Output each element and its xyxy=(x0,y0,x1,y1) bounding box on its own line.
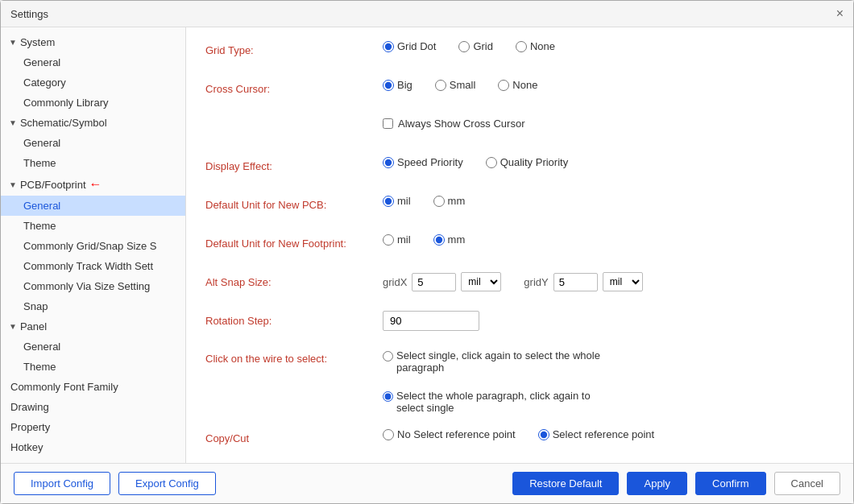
sidebar-item-system-commonly-library[interactable]: Commonly Library xyxy=(1,93,185,113)
controls-cross-cursor: Big Small None xyxy=(383,79,834,91)
row-cross-cursor: Cross Cursor: Big Small None xyxy=(205,79,834,103)
radio-cursor-none[interactable]: None xyxy=(498,79,537,91)
radio-click-wire-single[interactable]: Select single, click again to select the… xyxy=(383,349,608,374)
snap-group-x: gridX mil mm xyxy=(383,272,501,291)
radio-input-pcb-mm[interactable] xyxy=(433,196,445,207)
radio-input-quality-priority[interactable] xyxy=(486,157,497,168)
radio-label-cursor-big: Big xyxy=(397,79,412,91)
sidebar-item-pcb-via-size[interactable]: Commonly Via Size Setting xyxy=(1,276,185,296)
radio-input-no-select-ref[interactable] xyxy=(383,429,394,440)
radio-input-grid-none[interactable] xyxy=(516,41,527,52)
sidebar-item-schematic-theme[interactable]: Theme xyxy=(1,153,185,173)
label-display-effect: Display Effect: xyxy=(205,156,383,172)
sidebar-item-schematic-general[interactable]: General xyxy=(1,133,185,153)
radio-label-grid: Grid xyxy=(473,40,493,52)
sidebar-item-panel-general[interactable]: General xyxy=(1,337,185,357)
checkbox-input-always-show-cursor[interactable] xyxy=(383,118,393,129)
radio-quality-priority[interactable]: Quality Priority xyxy=(486,156,569,168)
main-content: Grid Type: Grid Dot Grid None xyxy=(186,27,853,463)
radio-click-wire-whole[interactable]: Select the whole paragraph, click again … xyxy=(383,390,608,414)
sidebar-item-pcb-snap[interactable]: Snap xyxy=(1,296,185,316)
radio-input-cursor-big[interactable] xyxy=(383,80,394,91)
row-rotation-step: Rotation Step: xyxy=(205,311,834,335)
dialog-body: ▼ System General Category Commonly Libra… xyxy=(1,27,853,463)
snap-label-gridx: gridX xyxy=(383,276,407,288)
snap-input-gridy[interactable] xyxy=(553,273,598,291)
radio-grid-dot[interactable]: Grid Dot xyxy=(383,40,436,52)
dialog-footer: Import Config Export Config Restore Defa… xyxy=(1,463,853,503)
label-rotation-step: Rotation Step: xyxy=(205,311,383,327)
sidebar-item-drawing[interactable]: Drawing xyxy=(1,397,185,417)
radio-input-footprint-mil[interactable] xyxy=(383,234,394,246)
radio-select-ref[interactable]: Select reference point xyxy=(538,428,654,440)
radio-input-grid[interactable] xyxy=(458,41,470,52)
confirm-button[interactable]: Confirm xyxy=(695,472,766,495)
radio-label-pcb-mil: mil xyxy=(397,195,411,207)
radio-input-pcb-mil[interactable] xyxy=(383,196,394,207)
radio-speed-priority[interactable]: Speed Priority xyxy=(383,156,463,168)
checkbox-always-show-cursor[interactable]: Always Show Cross Cursor xyxy=(383,118,525,130)
radio-footprint-mm[interactable]: mm xyxy=(433,233,466,246)
radio-input-cursor-small[interactable] xyxy=(435,80,446,91)
close-button[interactable]: × xyxy=(836,7,844,20)
sidebar-item-pcb-track-width[interactable]: Commonly Track Width Sett xyxy=(1,256,185,276)
snap-label-gridy: gridY xyxy=(524,276,548,288)
sidebar-item-hotkey[interactable]: Hotkey xyxy=(1,437,185,457)
radio-label-pcb-mm: mm xyxy=(448,195,466,207)
radio-input-footprint-mm[interactable] xyxy=(433,234,445,246)
apply-button[interactable]: Apply xyxy=(627,472,687,495)
label-unit-pcb: Default Unit for New PCB: xyxy=(205,195,383,211)
sidebar-group-panel-header[interactable]: ▼ Panel xyxy=(1,316,185,337)
cancel-button[interactable]: Cancel xyxy=(774,472,840,495)
radio-input-cursor-none[interactable] xyxy=(498,80,509,91)
radio-label-footprint-mm: mm xyxy=(448,233,466,246)
sidebar-item-system-category[interactable]: Category xyxy=(1,72,185,93)
radio-footprint-mil[interactable]: mil xyxy=(383,233,411,246)
snap-input-gridx[interactable] xyxy=(412,273,456,291)
snap-select-unit-x[interactable]: mil mm xyxy=(461,272,501,291)
sidebar-group-pcb-header[interactable]: ▼ PCB/Footprint ← xyxy=(1,173,185,196)
radio-pcb-mm[interactable]: mm xyxy=(433,195,466,207)
sidebar-group-pcb-label: PCB/Footprint xyxy=(20,179,86,191)
controls-grid-type: Grid Dot Grid None xyxy=(383,40,834,52)
import-config-button[interactable]: Import Config xyxy=(14,472,110,495)
sidebar-item-system-general[interactable]: General xyxy=(1,52,185,72)
pcb-arrow-icon: ▼ xyxy=(9,180,17,189)
radio-label-speed-priority: Speed Priority xyxy=(397,156,463,168)
radio-pcb-mil[interactable]: mil xyxy=(383,195,411,207)
sidebar-group-system-header[interactable]: ▼ System xyxy=(1,32,185,52)
row-unit-footprint: Default Unit for New Footprint: mil mm xyxy=(205,233,834,258)
restore-default-button[interactable]: Restore Default xyxy=(512,472,619,495)
footer-right: Restore Default Apply Confirm Cancel xyxy=(512,472,840,495)
radio-label-select-ref: Select reference point xyxy=(553,428,654,440)
title-bar: Settings × xyxy=(1,1,853,27)
row-alt-snap-size: Alt Snap Size: gridX mil mm gridY xyxy=(205,272,834,296)
sidebar-item-pcb-general[interactable]: General xyxy=(1,196,185,216)
label-grid-type: Grid Type: xyxy=(205,40,383,56)
sidebar-group-schematic-header[interactable]: ▼ Schematic/Symbol xyxy=(1,113,185,133)
snap-select-unit-y[interactable]: mil mm xyxy=(603,272,643,291)
radio-input-click-wire-whole[interactable] xyxy=(383,391,393,402)
sidebar-group-panel-children: General Theme xyxy=(1,337,185,377)
sidebar-item-panel-theme[interactable]: Theme xyxy=(1,357,185,377)
export-config-button[interactable]: Export Config xyxy=(118,472,216,495)
radio-grid[interactable]: Grid xyxy=(458,40,493,52)
row-click-wire: Click on the wire to select: Select sing… xyxy=(205,349,834,414)
radio-cursor-small[interactable]: Small xyxy=(435,79,476,91)
sidebar-item-pcb-grid-snap[interactable]: Commonly Grid/Snap Size S xyxy=(1,236,185,256)
radio-input-grid-dot[interactable] xyxy=(383,41,394,52)
sidebar-item-pcb-theme[interactable]: Theme xyxy=(1,216,185,236)
radio-no-select-ref[interactable]: No Select reference point xyxy=(383,428,516,440)
sidebar-item-property[interactable]: Property xyxy=(1,417,185,437)
rotation-step-input[interactable] xyxy=(383,311,479,331)
sidebar-item-commonly-font[interactable]: Commonly Font Family xyxy=(1,377,185,397)
row-always-show-cursor: Always Show Cross Cursor xyxy=(205,118,834,142)
sidebar-group-schematic-label: Schematic/Symbol xyxy=(20,117,107,129)
row-copy-cut: Copy/Cut No Select reference point Selec… xyxy=(205,428,834,452)
radio-cursor-big[interactable]: Big xyxy=(383,79,412,91)
radio-input-click-wire-single[interactable] xyxy=(383,351,393,361)
controls-unit-pcb: mil mm xyxy=(383,195,834,207)
radio-input-select-ref[interactable] xyxy=(538,429,549,440)
radio-grid-none[interactable]: None xyxy=(516,40,555,52)
radio-input-speed-priority[interactable] xyxy=(383,157,394,168)
